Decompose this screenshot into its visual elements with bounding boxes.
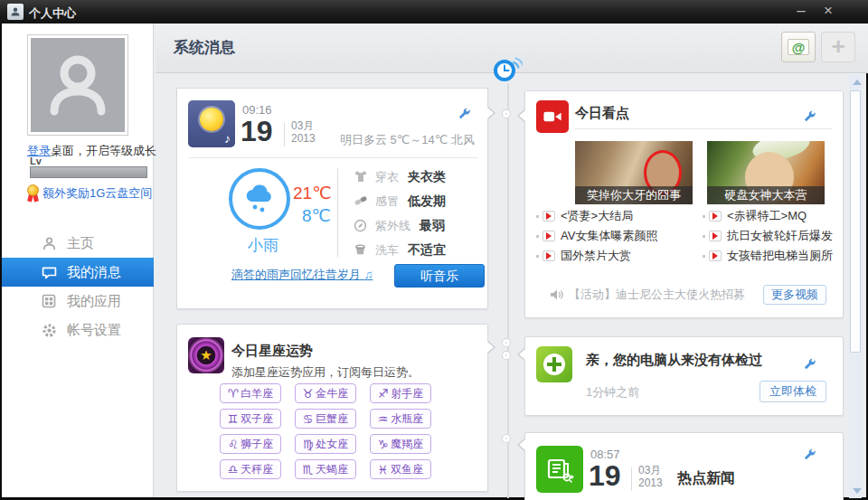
window-title: 个人中心 bbox=[29, 5, 76, 22]
zodiac-button-capricorn[interactable]: ♑魔羯座 bbox=[370, 434, 431, 454]
tip-value: 低发期 bbox=[408, 193, 446, 210]
tip-row: 感冒 低发期 bbox=[354, 193, 446, 210]
video-link[interactable]: 国外禁片大赏 bbox=[536, 249, 657, 263]
zodiac-button-leo[interactable]: ♌狮子座 bbox=[220, 434, 281, 454]
zodiac-label: 巨蟹座 bbox=[316, 411, 348, 427]
tip-value: 不适宜 bbox=[408, 242, 446, 259]
mention-button[interactable]: @ bbox=[781, 32, 816, 62]
zodiac-label: 天秤座 bbox=[241, 462, 273, 477]
horoscope-app-icon[interactable]: ★ bbox=[188, 337, 224, 373]
video-highlights-card: 今日看点 笑掉你大牙的囧事 硬盘女神大本营 <贤妻>大结局 AV女集体曝素颜照 … bbox=[524, 90, 844, 318]
video-link[interactable]: <赤裸特工>MQ bbox=[703, 209, 833, 223]
zodiac-button-libra[interactable]: ♎天秤座 bbox=[220, 459, 281, 479]
level-progress-bar bbox=[30, 166, 147, 178]
zodiac-label: 魔羯座 bbox=[391, 437, 423, 452]
app-logo-icon bbox=[7, 4, 24, 20]
music-note-icon: ♫ bbox=[364, 268, 373, 281]
thumbnail-caption: 笑掉你大牙的囧事 bbox=[575, 186, 693, 204]
video-link[interactable]: AV女集体曝素颜照 bbox=[536, 229, 657, 243]
sidebar-item-messages[interactable]: 我的消息 bbox=[2, 258, 154, 287]
video-link-column-right: <赤裸特工>MQ 抗日女被轮奸后爆发 女孩错把电梯当厕所 bbox=[703, 209, 833, 269]
video-link[interactable]: <贤妻>大结局 bbox=[536, 209, 657, 223]
weather-app-icon[interactable]: ♪ bbox=[188, 100, 235, 147]
weather-card: ♪ 09:16 19 03月 2013 明日多云 5℃～14℃ 北风 21℃ 8… bbox=[176, 88, 488, 309]
video-link-text: AV女集体曝素颜照 bbox=[561, 228, 657, 244]
card-pointer bbox=[517, 109, 524, 122]
video-thumbnail-2[interactable]: 硬盘女神大本营 bbox=[707, 141, 825, 204]
zodiac-button-aquarius[interactable]: ♒水瓶座 bbox=[370, 409, 431, 429]
zodiac-button-taurus[interactable]: ♉金牛座 bbox=[295, 383, 356, 403]
more-videos-button[interactable]: 更多视频 bbox=[763, 285, 826, 305]
zodiac-button-aries[interactable]: ♈白羊座 bbox=[220, 383, 281, 403]
zodiac-button-gemini[interactable]: ♊双子座 bbox=[220, 409, 281, 429]
scrollbar-thumb[interactable] bbox=[850, 90, 861, 353]
title-bar: 个人中心 – × bbox=[0, 0, 868, 24]
video-card-title: 今日看点 bbox=[575, 105, 629, 122]
video-link[interactable]: 抗日女被轮奸后爆发 bbox=[703, 229, 833, 243]
zodiac-label: 双鱼座 bbox=[391, 462, 423, 477]
zodiac-button-pisces[interactable]: ♓双鱼座 bbox=[370, 459, 431, 479]
news-card: 08:57 19 03月 2013 热点新闻 bbox=[524, 432, 844, 500]
tip-label: 穿衣 bbox=[375, 169, 399, 185]
zodiac-label: 双子座 bbox=[241, 411, 273, 427]
sidebar-item-label: 我的应用 bbox=[67, 293, 121, 310]
zodiac-label: 金牛座 bbox=[316, 386, 348, 401]
sidebar-item-settings[interactable]: 帐号设置 bbox=[2, 316, 154, 344]
card-pointer bbox=[517, 439, 524, 451]
zodiac-label: 狮子座 bbox=[241, 437, 273, 452]
video-link[interactable]: 女孩错把电梯当厕所 bbox=[703, 249, 833, 263]
divider bbox=[284, 123, 285, 146]
avatar[interactable] bbox=[27, 34, 128, 136]
close-button[interactable]: × bbox=[816, 0, 841, 23]
zodiac-button-sagittarius[interactable]: ♐射手座 bbox=[370, 383, 431, 403]
sidebar-item-home[interactable]: 主页 bbox=[2, 229, 154, 258]
news-app-icon[interactable] bbox=[536, 446, 583, 493]
avatar-placeholder-icon bbox=[31, 38, 125, 132]
weather-tips: 穿衣 夹衣类 感冒 低发期 紫外线 最弱 洗车 不适宜 bbox=[354, 168, 446, 266]
wrench-icon[interactable] bbox=[803, 109, 816, 123]
minimize-button[interactable]: – bbox=[788, 0, 814, 23]
horoscope-subtitle: 添加星座运势应用，订阅每日运势。 bbox=[231, 364, 420, 381]
wrench-icon[interactable] bbox=[803, 357, 816, 371]
weather-condition: 小雨 bbox=[229, 235, 297, 256]
listen-music-button[interactable]: 听音乐 bbox=[394, 264, 485, 288]
zodiac-button-scorpio[interactable]: ♏天蝎座 bbox=[295, 459, 356, 479]
checkup-time: 1分钟之前 bbox=[586, 384, 639, 401]
announcement-text[interactable]: 【活动】迪士尼公主大使火热招募 bbox=[569, 287, 745, 303]
play-icon bbox=[709, 231, 722, 241]
checkup-now-button[interactable]: 立即体检 bbox=[760, 381, 826, 402]
sidebar-item-label: 主页 bbox=[67, 235, 94, 252]
sidebar-item-label: 我的消息 bbox=[67, 264, 121, 281]
zodiac-grid: ♈白羊座 ♉金牛座 ♐射手座 ♊双子座 ♋巨蟹座 ♒水瓶座 ♌狮子座 ♍处女座 … bbox=[220, 383, 482, 479]
pill-icon bbox=[354, 194, 370, 209]
gemini-icon: ♊ bbox=[228, 412, 239, 426]
shirt-icon bbox=[354, 170, 370, 184]
zodiac-button-cancer[interactable]: ♋巨蟹座 bbox=[295, 409, 356, 429]
add-button[interactable]: + bbox=[821, 32, 855, 62]
scroll-up-arrow-icon[interactable] bbox=[853, 80, 862, 85]
video-link-column-left: <贤妻>大结局 AV女集体曝素颜照 国外禁片大赏 bbox=[536, 209, 657, 269]
virgo-icon: ♍ bbox=[303, 438, 314, 451]
scroll-down-arrow-icon[interactable] bbox=[853, 488, 862, 494]
zodiac-button-virgo[interactable]: ♍处女座 bbox=[295, 434, 356, 454]
play-icon bbox=[542, 231, 555, 241]
wrench-icon[interactable] bbox=[803, 448, 816, 461]
play-icon bbox=[542, 211, 555, 222]
reward-link[interactable]: 额外奖励1G云盘空间 bbox=[42, 185, 152, 202]
level-label: Lv bbox=[30, 156, 42, 166]
song-link[interactable]: 滴答的雨声回忆往昔岁月 ♫ bbox=[231, 267, 373, 283]
reward-row[interactable]: 额外奖励1G云盘空间 bbox=[27, 184, 152, 202]
timeline-node bbox=[503, 352, 510, 359]
wrench-icon[interactable] bbox=[458, 107, 471, 120]
video-app-icon[interactable] bbox=[536, 100, 569, 133]
news-year: 2013 bbox=[638, 476, 663, 489]
timeline-node bbox=[503, 435, 510, 442]
video-thumbnail-1[interactable]: 笑掉你大牙的囧事 bbox=[575, 141, 693, 204]
weather-day: 19 bbox=[241, 117, 273, 146]
timeline-clock-icon bbox=[492, 54, 523, 85]
sidebar-item-apps[interactable]: 我的应用 bbox=[2, 287, 154, 316]
checkup-app-icon[interactable] bbox=[536, 346, 572, 382]
timeline-node bbox=[503, 339, 510, 346]
play-icon bbox=[709, 211, 722, 222]
divider bbox=[631, 467, 632, 491]
